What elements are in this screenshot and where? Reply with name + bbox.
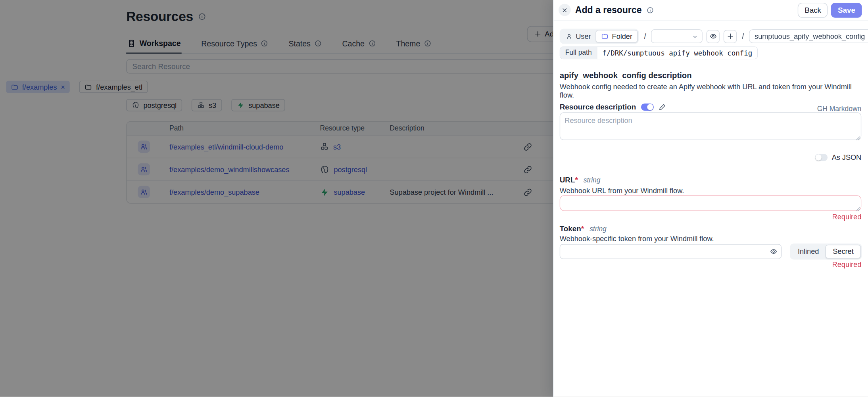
- resource-name-input[interactable]: [749, 29, 868, 43]
- owner-toggle-label: User: [576, 32, 591, 40]
- folder-select[interactable]: [651, 29, 703, 43]
- owner-toggle-folder[interactable]: Folder: [596, 30, 638, 42]
- drawer-title: Add a resource: [575, 0, 654, 21]
- eye-icon[interactable]: [770, 248, 777, 255]
- close-button[interactable]: [559, 4, 571, 16]
- view-folder-button[interactable]: [707, 30, 720, 43]
- token-required-error: Required: [832, 260, 862, 269]
- user-icon: [566, 33, 572, 40]
- full-path: Full path f/DRK/sumptuous_apify_webhook_…: [560, 46, 758, 59]
- description-toggle[interactable]: [641, 104, 654, 111]
- plus-icon: [727, 33, 734, 40]
- full-path-value: f/DRK/sumptuous_apify_webhook_config: [597, 47, 757, 59]
- markdown-hint: GH Markdown: [817, 105, 861, 113]
- field-type: string: [584, 176, 601, 184]
- token-row: Inlined Secret: [560, 244, 862, 259]
- schema-description: Webhook config needed to create an Apify…: [560, 82, 861, 99]
- token-input[interactable]: [560, 244, 782, 259]
- path-separator: /: [644, 32, 646, 40]
- full-path-label: Full path: [560, 47, 597, 59]
- save-button[interactable]: Save: [831, 3, 862, 18]
- back-button[interactable]: Back: [798, 3, 828, 18]
- owner-toggle-label: Folder: [612, 32, 632, 40]
- path-separator: /: [742, 32, 744, 40]
- info-icon: [647, 7, 654, 14]
- chevron-down-icon: [692, 34, 698, 40]
- pencil-icon[interactable]: [659, 104, 666, 111]
- url-field-label: URL* string: [560, 176, 601, 184]
- as-json-row: As JSON: [814, 153, 861, 162]
- field-type: string: [590, 225, 607, 233]
- add-resource-drawer: Add a resource Back Save User: [553, 0, 868, 397]
- folder-icon: [601, 33, 609, 40]
- owner-toggle-user[interactable]: User: [561, 31, 596, 42]
- resource-description-textarea[interactable]: [560, 112, 861, 140]
- url-input[interactable]: [560, 196, 861, 211]
- token-mode-toggle: Inlined Secret: [790, 244, 862, 259]
- schema-heading: apify_webhook_config description: [560, 71, 692, 80]
- resize-handle-icon[interactable]: [856, 136, 860, 140]
- url-field-description: Webhook URL from your Windmill flow.: [560, 186, 684, 195]
- as-json-label: As JSON: [832, 153, 862, 162]
- drawer-header: Add a resource Back Save: [553, 0, 868, 21]
- description-label-row: Resource description: [560, 103, 666, 111]
- app-viewport: Resources Add a resource Workspace Resou…: [0, 0, 868, 397]
- path-builder-row: User Folder /: [560, 29, 868, 44]
- required-star: *: [575, 176, 578, 184]
- token-field-label: Token* string: [560, 225, 607, 233]
- token-mode-inlined[interactable]: Inlined: [791, 245, 826, 258]
- new-folder-button[interactable]: [724, 30, 737, 43]
- resize-handle-icon[interactable]: [856, 207, 860, 211]
- eye-icon: [709, 33, 716, 40]
- owner-toggle: User Folder: [560, 29, 639, 44]
- drawer-title-text: Add a resource: [575, 5, 642, 16]
- as-json-toggle[interactable]: [814, 154, 827, 161]
- token-mode-secret[interactable]: Secret: [826, 245, 861, 259]
- required-star: *: [581, 225, 584, 233]
- url-required-error: Required: [832, 213, 862, 221]
- description-label: Resource description: [560, 103, 636, 111]
- field-name: URL*: [560, 176, 578, 184]
- token-field-description: Webhook-specific token from your Windmil…: [560, 235, 714, 243]
- field-name: Token*: [560, 225, 584, 233]
